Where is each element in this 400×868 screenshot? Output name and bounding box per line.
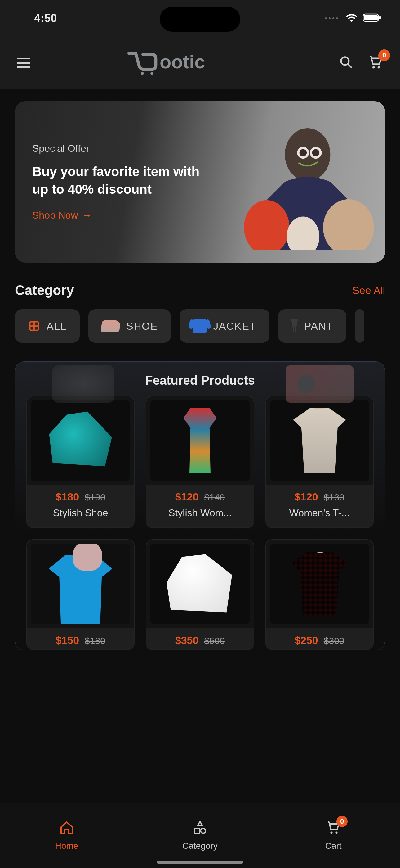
category-chips[interactable]: ALL SHOE JACKET PANT [15,309,385,343]
featured-section: Featured Products $180 $190 Stylish Shoe… [15,361,385,650]
home-indicator[interactable] [157,861,243,864]
hero-banner[interactable]: Special Offer Buy your favorite item wit… [15,101,385,262]
svg-point-14 [312,149,320,156]
product-old-price: $130 [324,492,344,503]
menu-button[interactable] [17,58,30,68]
cellular-dots-icon [325,18,338,19]
search-button[interactable] [339,55,353,70]
product-old-price: $180 [85,636,105,646]
product-image [31,400,130,481]
product-old-price: $300 [324,636,344,646]
product-card[interactable]: $150 $180 [26,539,135,650]
product-card[interactable]: $120 $140 Stylish Wom... [146,396,254,528]
hero-cta-label: Shop Now [32,210,78,221]
nav-label: Home [55,841,78,851]
product-card[interactable]: $350 $500 [146,539,254,650]
category-chip-jacket[interactable]: JACKET [179,309,269,343]
svg-line-7 [348,64,351,67]
product-price: $150 [56,634,79,646]
shoe-icon [100,320,121,332]
cart-icon: 0 [326,820,341,837]
product-card[interactable]: $250 $300 [265,539,374,650]
category-chip-all[interactable]: ALL [15,309,80,343]
featured-title: Featured Products [15,373,385,388]
device-notch [160,7,240,32]
product-price: $180 [56,491,79,503]
product-image [270,544,369,624]
product-image [270,400,369,481]
nav-label: Cart [325,841,342,851]
nav-home[interactable]: Home [0,803,133,868]
svg-text:ootic: ootic [160,51,205,72]
svg-point-23 [330,831,332,834]
home-icon [59,820,74,837]
product-old-price: $190 [85,492,105,503]
battery-icon [363,13,381,24]
wifi-icon [346,13,357,23]
svg-rect-2 [379,16,381,19]
product-card[interactable]: $120 $130 Women's T-... [265,396,374,528]
status-bar: 4:50 [0,0,400,37]
status-time: 4:50 [34,12,57,25]
shapes-icon [193,820,207,837]
chip-label: SHOE [126,320,158,332]
product-price: $250 [295,634,318,646]
product-old-price: $500 [204,636,225,646]
product-price: $120 [175,491,199,503]
product-name: Women's T-... [273,507,366,519]
svg-rect-21 [194,828,199,833]
product-old-price: $140 [204,492,225,503]
pant-icon [291,319,298,333]
status-indicators [325,13,381,24]
svg-point-9 [378,66,380,69]
hero-title: Buy your favorite item with up to 40% di… [32,163,206,198]
product-price: $350 [175,634,199,646]
nav-label: Category [182,841,218,851]
grid-icon [28,320,40,332]
brand-logo: ootic [40,49,330,77]
jacket-icon [193,319,207,333]
see-all-link[interactable]: See All [352,284,385,297]
hero-image [239,114,376,250]
category-chip-pant[interactable]: PANT [278,309,346,343]
category-header: Category See All [15,282,385,298]
category-chip-shoe[interactable]: SHOE [88,309,171,343]
product-grid: $150 $180 $350 $500 [15,528,385,650]
cart-button[interactable]: 0 [368,54,383,71]
product-image [150,400,249,481]
product-price: $120 [295,491,318,503]
category-chip-overflow[interactable] [355,309,364,343]
bottom-nav: Home Category 0 Cart [0,803,400,868]
product-image [31,544,130,624]
svg-point-4 [151,72,153,75]
product-name: Stylish Wom... [154,507,246,519]
category-title: Category [15,282,74,298]
product-image [150,544,249,624]
cart-badge: 0 [378,49,390,61]
chip-label: JACKET [213,320,256,332]
product-grid: $180 $190 Stylish Shoe $120 $140 Stylish… [15,383,385,528]
svg-rect-1 [364,15,378,21]
nav-category[interactable]: Category [133,803,267,868]
app-header: ootic 0 [0,37,400,89]
svg-point-3 [141,72,144,75]
svg-point-24 [335,831,337,834]
svg-point-8 [372,66,375,69]
svg-point-13 [300,149,307,156]
nav-cart-badge: 0 [336,816,347,827]
nav-cart[interactable]: 0 Cart [267,803,400,868]
product-name: Stylish Shoe [34,507,127,519]
svg-point-22 [201,828,206,833]
chip-label: ALL [46,320,67,332]
arrow-right-icon: → [82,210,92,220]
product-card[interactable]: $180 $190 Stylish Shoe [26,396,135,528]
chip-label: PANT [304,320,333,332]
